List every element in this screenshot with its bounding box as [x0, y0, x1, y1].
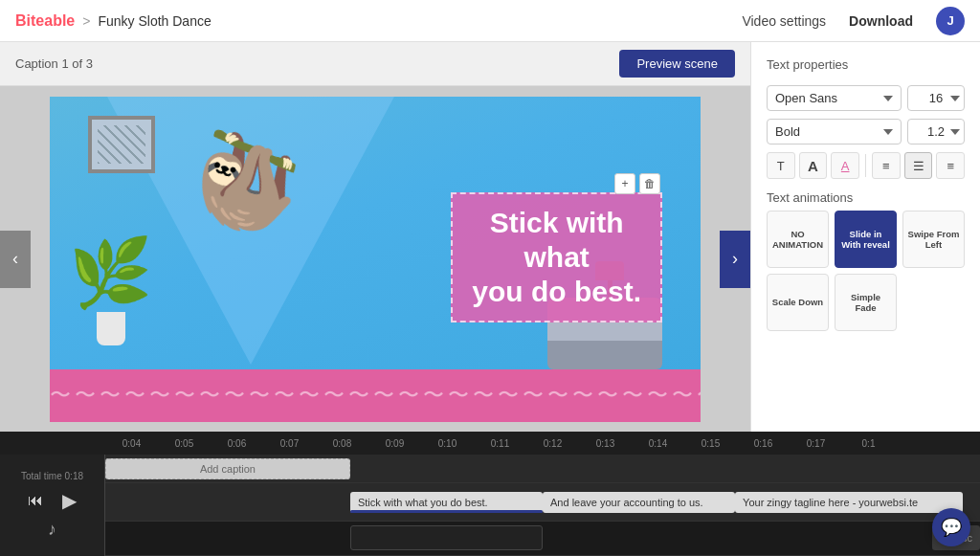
canvas-wrapper: ‹ 🦥 🌿 [0, 86, 750, 432]
next-scene-button[interactable]: › [720, 231, 750, 288]
add-text-button[interactable]: + [614, 173, 635, 194]
caption-bar-2[interactable]: And leave your accounting to us. [543, 492, 735, 513]
overlay-text: Stick with what you do best. [472, 206, 641, 309]
breadcrumb-sep: > [82, 13, 90, 29]
font-weight-select[interactable]: Bold Regular Italic [767, 119, 902, 145]
total-time-label: Total time 0:18 [21, 471, 83, 481]
text-animations-section: Text animations NO ANIMATION Slide in Wi… [767, 190, 965, 331]
delete-text-button[interactable]: 🗑 [639, 173, 660, 194]
ruler-mark-14: 0:1 [842, 438, 895, 449]
align-center-button[interactable]: ☰ [904, 152, 933, 179]
header-left: Biteable > Funky Sloth Dance [15, 12, 212, 30]
ruler-mark-2: 0:06 [211, 438, 263, 449]
video-settings-link[interactable]: Video settings [742, 13, 826, 29]
ruler-mark-0: 0:04 [105, 438, 158, 449]
track-row-2: Stick with what you do best. And leave y… [105, 483, 980, 522]
anim-simple-fade[interactable]: Simple Fade [835, 274, 897, 331]
font-size-select[interactable]: 16 14 18 20 24 [907, 85, 965, 111]
caption-label: Caption 1 of 3 [15, 56, 93, 71]
playback-controls: ⏮ ▶ [22, 487, 83, 514]
ruler-mark-3: 0:07 [263, 438, 316, 449]
format-toolbar: T A A ≡ ☰ ≡ [767, 152, 965, 179]
align-right-button[interactable]: ≡ [936, 152, 965, 179]
plant-leaves: 🌿 [69, 234, 152, 312]
timeline-controls: Total time 0:18 ⏮ ▶ ♪ [0, 455, 105, 556]
ruler-mark-10: 0:14 [632, 438, 684, 449]
font-row: Open Sans Arial Roboto 16 14 18 20 24 [767, 85, 965, 111]
logo[interactable]: Biteable [15, 12, 75, 30]
underline-button[interactable]: A [831, 152, 859, 179]
ruler-mark-8: 0:12 [526, 438, 579, 449]
anim-swipe-from-left[interactable]: Swipe From Left [902, 211, 965, 268]
scene-canvas: 🦥 🌿 〜〜〜〜〜 [50, 97, 701, 422]
picture-frame [88, 116, 155, 173]
weight-row: Bold Regular Italic 1.2 1.0 1.4 1.6 [767, 119, 965, 145]
header: Biteable > Funky Sloth Dance Video setti… [0, 0, 980, 42]
align-left-button[interactable]: ≡ [872, 152, 901, 179]
ruler-mark-4: 0:08 [316, 438, 368, 449]
timeline-ruler: 0:04 0:05 0:06 0:07 0:08 0:09 0:10 0:11 … [0, 432, 980, 455]
ruler-mark-13: 0:17 [790, 438, 842, 449]
anim-no-animation[interactable]: NO ANIMATION [767, 211, 829, 268]
text-properties-section: Text properties Open Sans Arial Roboto 1… [767, 57, 965, 179]
wavy-floor: 〜〜〜〜〜〜〜〜〜〜〜〜〜〜〜〜〜〜〜〜〜〜〜〜〜〜〜〜〜〜〜〜〜〜〜〜〜〜〜〜… [50, 369, 701, 422]
line-height-select[interactable]: 1.2 1.0 1.4 1.6 [907, 119, 965, 145]
chat-widget[interactable]: 💬 [932, 508, 970, 546]
ruler-mark-1: 0:05 [158, 438, 211, 449]
play-button[interactable]: ▶ [56, 487, 83, 514]
timeline: 0:04 0:05 0:06 0:07 0:08 0:09 0:10 0:11 … [0, 432, 980, 556]
ruler-mark-9: 0:13 [579, 438, 632, 449]
tracks-area: Add caption Stick with what you do best.… [105, 455, 980, 556]
plant: 🌿 [69, 234, 152, 345]
ruler-mark-12: 0:16 [737, 438, 790, 449]
anim-slide-in-with-reveal[interactable]: Slide in With reveal [835, 211, 897, 268]
avatar[interactable]: J [936, 7, 965, 35]
ruler-mark-7: 0:11 [474, 438, 526, 449]
prev-scene-button[interactable]: ‹ [0, 231, 31, 288]
font-aa-button[interactable]: A [799, 152, 828, 179]
music-icon[interactable]: ♪ [48, 520, 56, 540]
ruler-mark-6: 0:10 [421, 438, 474, 449]
caption-input-area[interactable] [350, 525, 543, 550]
font-family-select[interactable]: Open Sans Arial Roboto [767, 85, 902, 111]
preview-scene-button[interactable]: Preview scene [619, 50, 735, 78]
track-row-1: Add caption [105, 455, 980, 483]
header-right: Video settings Download J [742, 7, 965, 35]
ruler-mark-11: 0:15 [684, 438, 737, 449]
track-row-3: Add sc [105, 522, 980, 556]
canvas-area: Caption 1 of 3 Preview scene ‹ 🦥 🌿 [0, 42, 750, 432]
right-panel: Text properties Open Sans Arial Roboto 1… [750, 42, 980, 432]
timeline-body: Total time 0:18 ⏮ ▶ ♪ Add caption Stick … [0, 455, 980, 556]
main: Caption 1 of 3 Preview scene ‹ 🦥 🌿 [0, 42, 980, 432]
chat-icon: 💬 [941, 517, 962, 538]
active-caption-indicator [350, 510, 543, 513]
project-name: Funky Sloth Dance [98, 13, 211, 29]
ruler-mark-5: 0:09 [368, 438, 421, 449]
toolbar-divider [865, 154, 866, 177]
text-properties-title: Text properties [767, 57, 965, 72]
text-style-button[interactable]: T [767, 152, 795, 179]
anim-scale-down[interactable]: Scale Down [767, 274, 829, 331]
animations-grid: NO ANIMATION Slide in With reveal Swipe … [767, 211, 965, 331]
skip-back-button[interactable]: ⏮ [22, 487, 49, 514]
plant-pot [97, 312, 125, 345]
text-animations-title: Text animations [767, 190, 965, 205]
add-caption-bar[interactable]: Add caption [105, 458, 350, 479]
overlay-controls: + 🗑 [614, 173, 660, 194]
text-overlay[interactable]: + 🗑 Stick with what you do best. [451, 192, 662, 322]
download-button[interactable]: Download [849, 13, 913, 29]
canvas-topbar: Caption 1 of 3 Preview scene [0, 42, 750, 86]
picture-frame-inner [98, 125, 145, 164]
wavy-pattern: 〜〜〜〜〜〜〜〜〜〜〜〜〜〜〜〜〜〜〜〜〜〜〜〜〜〜〜〜〜〜〜〜〜〜〜〜〜〜〜〜… [50, 381, 701, 410]
sofa-seat [547, 341, 662, 369]
caption-bar-3[interactable]: Your zingy tagline here - yourwebsi.te [735, 492, 963, 513]
